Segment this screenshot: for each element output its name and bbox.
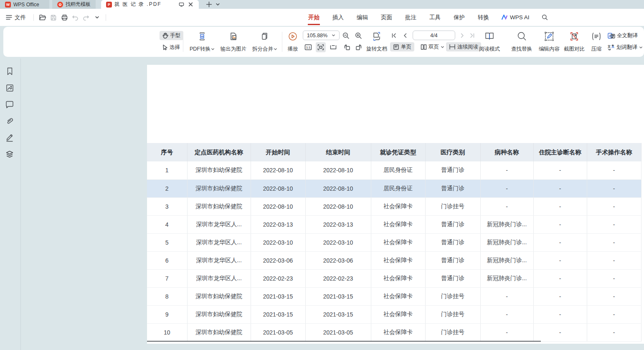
- single-page-button[interactable]: 单页: [390, 42, 414, 51]
- table-cell: 新冠肺炎门诊...: [480, 215, 533, 233]
- table-cell: 深圳市妇幼保健院: [187, 287, 251, 305]
- pdf-convert-button[interactable]: W PDF转换: [187, 30, 217, 54]
- fulltext-translate-button[interactable]: A 全文翻译: [605, 31, 641, 40]
- read-mode-button[interactable]: 阅读模式: [477, 30, 502, 54]
- menu-item-tools[interactable]: 工具: [429, 13, 441, 23]
- attachment-icon[interactable]: [5, 117, 14, 126]
- layers-icon[interactable]: [5, 150, 14, 159]
- redo-button[interactable]: [81, 13, 91, 23]
- menu-item-wps-ai[interactable]: WPS AI: [502, 14, 530, 20]
- rotate-right-button[interactable]: [354, 42, 364, 52]
- tab-monitor-icon[interactable]: [178, 1, 185, 8]
- new-tab-button[interactable]: [206, 1, 212, 8]
- hand-tool-button[interactable]: 手型: [160, 31, 183, 40]
- zoom-level-combobox[interactable]: 105.88%: [303, 31, 340, 40]
- tab-pdf-document[interactable]: P 就 医 记 录 .PDF: [101, 0, 199, 9]
- select-tool-label: 选择: [170, 44, 180, 51]
- table-cell: 2022-08-10: [251, 161, 305, 179]
- table-cell: 社会保障卡: [371, 233, 425, 251]
- comment-icon[interactable]: [5, 100, 14, 109]
- wps-ai-logo-icon: [502, 15, 508, 20]
- export-image-icon: [228, 31, 238, 41]
- table-cell: 普通门诊: [425, 161, 480, 179]
- table-body: 1深圳市妇幼保健院2022-08-102022-08-10居民身份证普通门诊--…: [147, 161, 641, 341]
- fit-width-button[interactable]: [316, 42, 326, 52]
- table-row: 2深圳市妇幼保健院2022-08-102022-08-10居民身份证普通门诊--…: [147, 179, 641, 197]
- divider: [282, 32, 282, 52]
- table-cell: 社会保障卡: [371, 251, 425, 269]
- tab-close-icon[interactable]: [187, 1, 194, 8]
- menu-item-comment[interactable]: 批注: [405, 13, 417, 23]
- pdf-convert-label: PDF转换: [190, 46, 210, 53]
- next-page-button[interactable]: [458, 31, 467, 41]
- single-page-label: 单页: [401, 43, 411, 51]
- table-row: 3深圳市妇幼保健院2022-08-102022-08-10社会保障卡门诊挂号--…: [147, 197, 641, 215]
- thumbnail-icon[interactable]: [5, 83, 14, 92]
- tab-label: WPS Office: [13, 2, 44, 8]
- hand-tool-label: 手型: [170, 32, 180, 39]
- table-cell: 普通门诊: [425, 215, 480, 233]
- export-as-image-button[interactable]: 输出为图片: [218, 30, 249, 54]
- menu-item-convert[interactable]: 转换: [477, 13, 489, 23]
- edit-content-button[interactable]: 编辑内容: [536, 30, 562, 54]
- docer-logo-icon: ✿: [57, 2, 63, 8]
- table-cell: 深圳市妇幼保健院: [187, 179, 251, 197]
- table-cell: 2021-03-15: [305, 305, 371, 323]
- table-cell: 门诊挂号: [425, 287, 480, 305]
- table-cell: 门诊挂号: [425, 197, 480, 215]
- table-cell: 2021-03-15: [251, 305, 305, 323]
- table-cell: -: [480, 287, 533, 305]
- first-page-button[interactable]: [390, 31, 398, 41]
- menu-item-page[interactable]: 页面: [380, 13, 393, 23]
- file-menu-button[interactable]: 文件: [0, 9, 30, 26]
- zoom-out-button[interactable]: [341, 31, 351, 41]
- menu-item-insert[interactable]: 插入: [332, 13, 344, 23]
- tab-wps-office[interactable]: W WPS Office: [0, 0, 49, 9]
- compress-button[interactable]: 压缩: [587, 30, 606, 54]
- table-cell: 8: [147, 287, 187, 305]
- table-row: 8深圳市妇幼保健院2021-03-152021-03-15社会保障卡门诊挂号--…: [147, 287, 641, 305]
- table-cell: 社会保障卡: [371, 197, 425, 215]
- quick-access-chevron-icon[interactable]: [91, 13, 102, 23]
- menu-search-icon[interactable]: [542, 14, 548, 20]
- double-page-label: 双页: [428, 43, 439, 51]
- chevron-down-icon: [211, 47, 215, 51]
- column-header: 住院主诊断名称: [533, 143, 587, 161]
- tab-list-chevron-icon[interactable]: [216, 2, 220, 7]
- continuous-reading-label: 连续阅读: [457, 43, 478, 51]
- undo-button[interactable]: [70, 13, 81, 23]
- table-cell: -: [533, 269, 587, 287]
- rotate-left-button[interactable]: [342, 42, 352, 52]
- double-page-button[interactable]: 双页: [418, 42, 447, 51]
- find-replace-button[interactable]: 查找替换: [509, 30, 535, 54]
- previous-page-button[interactable]: [401, 31, 409, 41]
- screenshot-compare-button[interactable]: 截图对比: [561, 30, 587, 54]
- rotate-document-button[interactable]: 旋转文档: [365, 30, 388, 54]
- fit-page-button[interactable]: [328, 42, 338, 52]
- chevron-down-icon: [274, 47, 277, 51]
- continuous-reading-button[interactable]: 连续阅读: [446, 42, 481, 51]
- window-tab-bar: W WPS Office ✿ 找稻壳模板 P 就 医 记 录 .PDF: [0, 0, 644, 9]
- last-page-button[interactable]: [468, 31, 477, 41]
- page-indicator-value: 4/4: [430, 33, 437, 38]
- table-cell: -: [587, 305, 641, 323]
- actual-size-button[interactable]: 1:1: [303, 42, 313, 52]
- save-button[interactable]: [48, 13, 59, 23]
- table-cell: 2021-03-15: [251, 287, 305, 305]
- split-merge-button[interactable]: 拆分合并: [250, 30, 280, 54]
- svg-text:文: 文: [608, 45, 611, 49]
- tab-docer-templates[interactable]: ✿ 找稻壳模板: [52, 0, 96, 9]
- word-translate-button[interactable]: 文A 划词翻译: [605, 43, 644, 52]
- menu-item-home[interactable]: 开始: [308, 13, 320, 23]
- play-button[interactable]: 播放: [284, 30, 302, 54]
- menu-item-edit[interactable]: 编辑: [356, 13, 368, 23]
- signature-icon[interactable]: [5, 133, 14, 142]
- menu-item-protect[interactable]: 保护: [453, 13, 465, 23]
- page-indicator-input[interactable]: 4/4: [413, 31, 455, 40]
- bookmark-icon[interactable]: [5, 67, 14, 76]
- zoom-in-button[interactable]: [353, 31, 363, 41]
- table-cell: 2022-02-23: [251, 269, 305, 287]
- print-button[interactable]: [59, 13, 70, 23]
- select-tool-button[interactable]: 选择: [160, 43, 183, 52]
- open-file-button[interactable]: [37, 13, 48, 23]
